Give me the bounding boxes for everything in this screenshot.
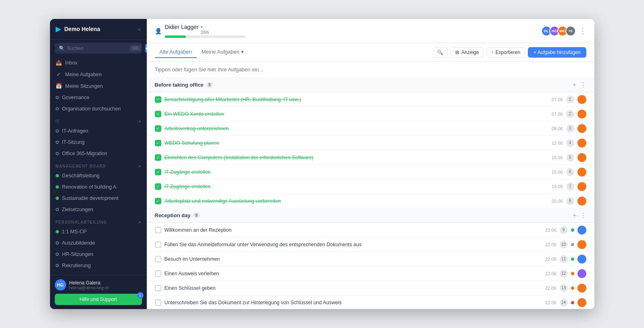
- task-checkbox[interactable]: ✓: [155, 154, 161, 161]
- sidebar-item-it-anfragen[interactable]: IT-Anfragen: [50, 125, 147, 137]
- task-label: Einen Ausweis verleihen: [165, 271, 542, 276]
- tab-my-tasks[interactable]: Meine Aufgaben ▾: [197, 46, 249, 58]
- task-label: Willkommen an der Rezeption: [165, 227, 542, 233]
- task-label: Benachrichtigung aller Mitarbeiter (HR, …: [165, 97, 548, 102]
- task-label: Arbeitsvertrag unterzeichnen: [165, 126, 548, 131]
- task-number: 3: [566, 125, 574, 133]
- dot-icon: [56, 129, 59, 133]
- sidebar-item-my-sessions[interactable]: 📅 Meine Sitzungen: [50, 80, 147, 92]
- sidebar-item-my-tasks[interactable]: ✓ Meine Aufgaben: [50, 69, 147, 80]
- task-label: Unterschreiben Sie das Dokument zur Hint…: [165, 300, 542, 305]
- export-button[interactable]: ↑ Exportieren: [487, 47, 525, 58]
- task-checkbox[interactable]: ✓: [155, 111, 161, 117]
- task-date: 22.06: [545, 300, 556, 305]
- task-checkbox[interactable]: [155, 227, 161, 233]
- task-number: 6: [566, 168, 574, 176]
- task-label: Arbeitsplatz und notwendige Ausrüstung v…: [165, 198, 548, 204]
- app-container: ▶ Demo Helena « 🔍 ⌘K + 📥: [50, 19, 594, 309]
- sidebar-item-label: Auszubildende: [62, 240, 95, 246]
- section-add-button[interactable]: +: [573, 81, 576, 89]
- sidebar-item-schulung[interactable]: Schulung: [50, 271, 147, 275]
- sidebar-item-geschaeftsleitung[interactable]: Geschäftsleitung: [50, 170, 147, 181]
- table-row: Willkommen an der Rezeption 22.06 9: [147, 223, 594, 237]
- sidebar-item-label: Zielsetzungen: [62, 207, 94, 212]
- view-button[interactable]: ⊞ Anzeige: [451, 47, 483, 58]
- task-checkbox[interactable]: [155, 299, 161, 306]
- task-input[interactable]: [155, 65, 586, 74]
- sidebar-item-organisation[interactable]: Organisation durchsuchen: [50, 103, 147, 114]
- section-menu-button[interactable]: ⋮: [580, 81, 586, 89]
- task-date: 20.06: [552, 199, 563, 203]
- section-count: 9: [193, 213, 200, 218]
- task-checkbox[interactable]: ✓: [155, 125, 161, 132]
- sidebar-item-label: Rekrutierung: [62, 263, 91, 268]
- tasks-area: Before taking office 8 + ⋮ ✓ Benachricht…: [147, 78, 594, 309]
- task-number: 14: [560, 299, 568, 307]
- task-checkbox[interactable]: [155, 285, 161, 291]
- sidebar-item-1to1[interactable]: 1:1 MS-CP: [50, 226, 147, 237]
- status-indicator: [571, 228, 574, 232]
- sidebar-item-inbox[interactable]: 📥 Inbox: [50, 57, 147, 69]
- table-row: ✓ Einrichten des Computers (Installation…: [147, 150, 594, 165]
- section-header-reception: Reception day 9 + ⋮: [147, 208, 594, 223]
- status-indicator: [571, 301, 574, 304]
- section-menu-button[interactable]: ⋮: [580, 212, 586, 219]
- progress-fill: [165, 35, 186, 38]
- app-wrapper: ▶ Demo Helena « 🔍 ⌘K + 📥: [0, 0, 644, 328]
- section-add-button[interactable]: +: [573, 212, 576, 219]
- sidebar-item-renovation[interactable]: Renovation of building A: [50, 181, 147, 193]
- task-number: 1: [566, 95, 574, 104]
- dot-icon: [56, 197, 59, 200]
- sidebar-item-label: Organisation durchsuchen: [62, 106, 121, 112]
- help-support-button[interactable]: Hilfe und Support 1: [55, 294, 142, 305]
- sidebar-item-label: IT-Sitzung: [62, 139, 85, 145]
- app-title: Demo Helena: [65, 26, 100, 32]
- search-input[interactable]: [67, 46, 128, 51]
- chevron-down-icon: ▾: [139, 164, 141, 168]
- task-label: Einrichten des Computers (Installation d…: [165, 155, 548, 160]
- task-checkbox[interactable]: ✓: [155, 140, 161, 146]
- user-name: Helena Galera: [69, 280, 142, 286]
- sidebar-item-hr-sitzungen[interactable]: HR-Sitzungen: [50, 249, 147, 260]
- task-number: 11: [560, 255, 568, 263]
- task-checkbox[interactable]: ✓: [155, 198, 161, 204]
- avatar: [577, 226, 586, 235]
- task-label: Ein WEDO-Konto erstellen: [165, 111, 548, 117]
- task-date: 22.06: [545, 242, 556, 247]
- task-checkbox[interactable]: [155, 256, 161, 262]
- section-header-personal: PERSONALABTEILUNG ▾: [50, 215, 147, 226]
- dot-icon: [56, 141, 59, 144]
- avatar-count: +5: [565, 26, 576, 36]
- task-checkbox[interactable]: ✓: [155, 183, 161, 190]
- sidebar-item-governance[interactable]: Governance: [50, 92, 147, 103]
- sidebar-item-it-sitzung[interactable]: IT-Sitzung: [50, 137, 147, 148]
- task-date: 08.06: [552, 126, 563, 131]
- table-row: ✓ Arbeitsplatz und notwendige Ausrüstung…: [147, 194, 594, 208]
- sidebar-item-label: Meine Aufgaben: [65, 72, 102, 77]
- sidebar-item-sustainable[interactable]: Sustainable development: [50, 193, 147, 204]
- task-checkbox[interactable]: [155, 270, 161, 277]
- task-date: 22.06: [545, 228, 556, 233]
- task-date: 15.06: [552, 170, 563, 174]
- sidebar-item-label: Inbox: [65, 60, 78, 66]
- search-shortcut: ⌘K: [130, 45, 141, 51]
- task-number: 8: [566, 197, 574, 205]
- tab-all-tasks[interactable]: Alle Aufgaben: [155, 46, 197, 58]
- task-checkbox[interactable]: ✓: [155, 169, 161, 175]
- section-header-it: IT ▾: [50, 114, 147, 125]
- dot-icon: [56, 152, 59, 155]
- task-date: 07.06: [552, 112, 563, 116]
- task-number: 10: [560, 241, 568, 249]
- sidebar-item-auszubildende[interactable]: Auszubildende: [50, 237, 147, 249]
- search-box[interactable]: 🔍 ⌘K: [55, 43, 142, 54]
- sidebar-item-zielsetzungen[interactable]: Zielsetzungen: [50, 204, 147, 215]
- export-icon: ↑: [491, 50, 494, 55]
- more-options-button[interactable]: ⋮: [579, 27, 586, 35]
- task-checkbox[interactable]: [155, 241, 161, 248]
- sidebar-item-office365[interactable]: Office 365-Migration: [50, 148, 147, 159]
- add-task-button[interactable]: + Aufgabe hinzufügen: [528, 47, 586, 58]
- task-checkbox[interactable]: ✓: [155, 96, 161, 103]
- sidebar-item-rekrutierung[interactable]: Rekrutierung: [50, 260, 147, 271]
- search-button[interactable]: 🔍: [433, 47, 448, 58]
- sidebar-collapse-button[interactable]: «: [138, 26, 141, 32]
